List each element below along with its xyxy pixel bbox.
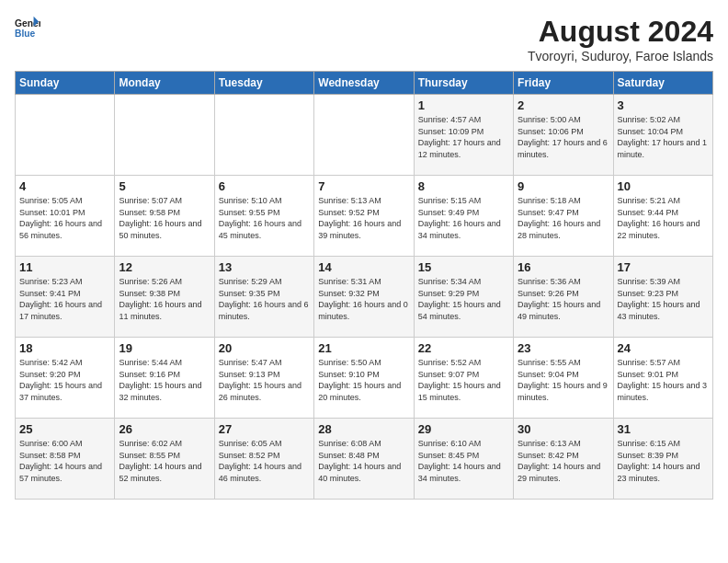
day-info: Sunrise: 5:55 AM Sunset: 9:04 PM Dayligh… [518, 357, 609, 403]
calendar-cell: 24Sunrise: 5:57 AM Sunset: 9:01 PM Dayli… [613, 338, 712, 419]
day-number: 21 [318, 341, 409, 355]
day-info: Sunrise: 6:05 AM Sunset: 8:52 PM Dayligh… [219, 438, 310, 484]
day-number: 5 [119, 179, 210, 193]
calendar-cell: 15Sunrise: 5:34 AM Sunset: 9:29 PM Dayli… [414, 257, 513, 338]
day-number: 24 [618, 341, 709, 355]
calendar-cell: 5Sunrise: 5:07 AM Sunset: 9:58 PM Daylig… [115, 176, 214, 257]
day-number: 26 [119, 422, 210, 436]
day-number: 31 [618, 422, 709, 436]
day-info: Sunrise: 5:00 AM Sunset: 10:06 PM Daylig… [518, 114, 609, 160]
calendar-cell: 22Sunrise: 5:52 AM Sunset: 9:07 PM Dayli… [414, 338, 513, 419]
calendar-week-row: 11Sunrise: 5:23 AM Sunset: 9:41 PM Dayli… [16, 257, 713, 338]
day-info: Sunrise: 6:13 AM Sunset: 8:42 PM Dayligh… [518, 438, 609, 484]
page-header: General Blue August 2024 Tvoroyri, Sudur… [15, 15, 713, 63]
calendar-week-row: 18Sunrise: 5:42 AM Sunset: 9:20 PM Dayli… [16, 338, 713, 419]
weekday-header-monday: Monday [115, 72, 214, 95]
calendar-cell: 2Sunrise: 5:00 AM Sunset: 10:06 PM Dayli… [514, 95, 613, 176]
calendar-week-row: 25Sunrise: 6:00 AM Sunset: 8:58 PM Dayli… [16, 419, 713, 500]
calendar-cell: 6Sunrise: 5:10 AM Sunset: 9:55 PM Daylig… [214, 176, 313, 257]
day-info: Sunrise: 5:10 AM Sunset: 9:55 PM Dayligh… [219, 195, 310, 241]
calendar-cell: 19Sunrise: 5:44 AM Sunset: 9:16 PM Dayli… [115, 338, 214, 419]
day-info: Sunrise: 5:52 AM Sunset: 9:07 PM Dayligh… [418, 357, 509, 403]
weekday-header-wednesday: Wednesday [314, 72, 414, 95]
weekday-header-friday: Friday [514, 72, 613, 95]
day-number: 3 [618, 98, 709, 112]
calendar-cell: 29Sunrise: 6:10 AM Sunset: 8:45 PM Dayli… [414, 419, 513, 500]
day-number: 6 [219, 179, 310, 193]
month-year-title: August 2024 [528, 15, 713, 49]
weekday-header-saturday: Saturday [613, 72, 712, 95]
day-number: 17 [618, 260, 709, 274]
title-block: August 2024 Tvoroyri, Suduroy, Faroe Isl… [528, 15, 713, 63]
day-number: 22 [418, 341, 509, 355]
day-number: 16 [518, 260, 609, 274]
day-info: Sunrise: 5:23 AM Sunset: 9:41 PM Dayligh… [19, 276, 110, 322]
day-number: 13 [219, 260, 310, 274]
day-number: 2 [518, 98, 609, 112]
day-number: 30 [518, 422, 609, 436]
calendar-cell: 25Sunrise: 6:00 AM Sunset: 8:58 PM Dayli… [16, 419, 115, 500]
day-info: Sunrise: 6:00 AM Sunset: 8:58 PM Dayligh… [19, 438, 110, 484]
calendar-cell: 16Sunrise: 5:36 AM Sunset: 9:26 PM Dayli… [514, 257, 613, 338]
calendar-cell: 10Sunrise: 5:21 AM Sunset: 9:44 PM Dayli… [613, 176, 712, 257]
day-info: Sunrise: 5:50 AM Sunset: 9:10 PM Dayligh… [318, 357, 409, 403]
weekday-header-row: SundayMondayTuesdayWednesdayThursdayFrid… [16, 72, 713, 95]
day-number: 19 [119, 341, 210, 355]
calendar-cell [314, 95, 414, 176]
logo: General Blue [15, 15, 40, 40]
calendar-cell: 11Sunrise: 5:23 AM Sunset: 9:41 PM Dayli… [16, 257, 115, 338]
calendar-cell: 26Sunrise: 6:02 AM Sunset: 8:55 PM Dayli… [115, 419, 214, 500]
day-info: Sunrise: 5:57 AM Sunset: 9:01 PM Dayligh… [618, 357, 709, 403]
calendar-cell: 18Sunrise: 5:42 AM Sunset: 9:20 PM Dayli… [16, 338, 115, 419]
day-number: 27 [219, 422, 310, 436]
day-number: 10 [618, 179, 709, 193]
calendar-cell: 14Sunrise: 5:31 AM Sunset: 9:32 PM Dayli… [314, 257, 414, 338]
day-info: Sunrise: 6:15 AM Sunset: 8:39 PM Dayligh… [618, 438, 709, 484]
weekday-header-thursday: Thursday [414, 72, 513, 95]
day-info: Sunrise: 6:08 AM Sunset: 8:48 PM Dayligh… [318, 438, 409, 484]
calendar-cell: 30Sunrise: 6:13 AM Sunset: 8:42 PM Dayli… [514, 419, 613, 500]
calendar-cell: 21Sunrise: 5:50 AM Sunset: 9:10 PM Dayli… [314, 338, 414, 419]
day-number: 18 [19, 341, 110, 355]
calendar-cell: 1Sunrise: 4:57 AM Sunset: 10:09 PM Dayli… [414, 95, 513, 176]
calendar-cell [115, 95, 214, 176]
logo-icon: General Blue [15, 15, 40, 40]
day-info: Sunrise: 5:13 AM Sunset: 9:52 PM Dayligh… [318, 195, 409, 241]
day-info: Sunrise: 5:21 AM Sunset: 9:44 PM Dayligh… [618, 195, 709, 241]
day-info: Sunrise: 5:44 AM Sunset: 9:16 PM Dayligh… [119, 357, 210, 403]
calendar-cell [214, 95, 313, 176]
calendar-cell: 7Sunrise: 5:13 AM Sunset: 9:52 PM Daylig… [314, 176, 414, 257]
calendar-week-row: 1Sunrise: 4:57 AM Sunset: 10:09 PM Dayli… [16, 95, 713, 176]
day-number: 12 [119, 260, 210, 274]
calendar-cell: 9Sunrise: 5:18 AM Sunset: 9:47 PM Daylig… [514, 176, 613, 257]
calendar-table: SundayMondayTuesdayWednesdayThursdayFrid… [15, 71, 713, 500]
day-info: Sunrise: 5:18 AM Sunset: 9:47 PM Dayligh… [518, 195, 609, 241]
calendar-week-row: 4Sunrise: 5:05 AM Sunset: 10:01 PM Dayli… [16, 176, 713, 257]
calendar-cell: 12Sunrise: 5:26 AM Sunset: 9:38 PM Dayli… [115, 257, 214, 338]
weekday-header-sunday: Sunday [16, 72, 115, 95]
calendar-cell: 3Sunrise: 5:02 AM Sunset: 10:04 PM Dayli… [613, 95, 712, 176]
day-number: 25 [19, 422, 110, 436]
calendar-cell: 13Sunrise: 5:29 AM Sunset: 9:35 PM Dayli… [214, 257, 313, 338]
day-info: Sunrise: 5:31 AM Sunset: 9:32 PM Dayligh… [318, 276, 409, 322]
day-number: 8 [418, 179, 509, 193]
day-number: 1 [418, 98, 509, 112]
weekday-header-tuesday: Tuesday [214, 72, 313, 95]
day-info: Sunrise: 5:29 AM Sunset: 9:35 PM Dayligh… [219, 276, 310, 322]
day-info: Sunrise: 5:39 AM Sunset: 9:23 PM Dayligh… [618, 276, 709, 322]
day-number: 20 [219, 341, 310, 355]
calendar-cell: 28Sunrise: 6:08 AM Sunset: 8:48 PM Dayli… [314, 419, 414, 500]
day-number: 14 [318, 260, 409, 274]
day-info: Sunrise: 5:26 AM Sunset: 9:38 PM Dayligh… [119, 276, 210, 322]
day-info: Sunrise: 5:15 AM Sunset: 9:49 PM Dayligh… [418, 195, 509, 241]
day-info: Sunrise: 5:42 AM Sunset: 9:20 PM Dayligh… [19, 357, 110, 403]
day-info: Sunrise: 5:05 AM Sunset: 10:01 PM Daylig… [19, 195, 110, 241]
day-info: Sunrise: 5:36 AM Sunset: 9:26 PM Dayligh… [518, 276, 609, 322]
calendar-cell: 31Sunrise: 6:15 AM Sunset: 8:39 PM Dayli… [613, 419, 712, 500]
day-number: 28 [318, 422, 409, 436]
day-info: Sunrise: 5:02 AM Sunset: 10:04 PM Daylig… [618, 114, 709, 160]
day-number: 9 [518, 179, 609, 193]
day-number: 4 [19, 179, 110, 193]
day-info: Sunrise: 5:07 AM Sunset: 9:58 PM Dayligh… [119, 195, 210, 241]
day-number: 23 [518, 341, 609, 355]
